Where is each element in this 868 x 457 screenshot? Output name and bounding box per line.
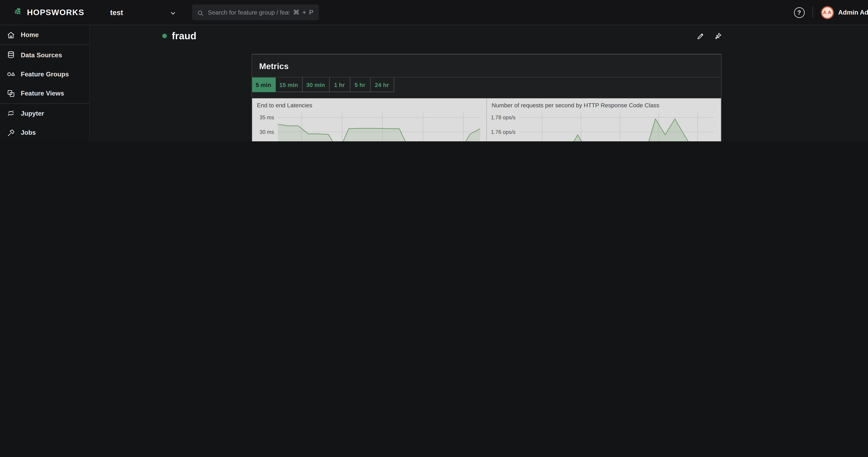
search-placeholder: Search for feature group / feature view xyxy=(208,9,289,16)
sidebar-item-jobs[interactable]: Jobs xyxy=(0,123,89,141)
avatar[interactable]: A A xyxy=(821,6,834,19)
sidebar-item-data-sources[interactable]: Data Sources xyxy=(0,45,89,64)
time-range-24-hr[interactable]: 24 hr xyxy=(370,78,394,92)
jupyter-icon xyxy=(7,109,15,118)
feature-views-icon xyxy=(7,89,15,98)
sidebar-item-jupyter[interactable]: Jupyter xyxy=(0,104,89,123)
brand-name: HOPSWORKS xyxy=(27,8,84,17)
project-selector[interactable]: test xyxy=(110,8,176,17)
main-content: fraud Metrics 5 min15 min30 min1 hr5 hr2… xyxy=(90,25,868,141)
metrics-card: Metrics 5 min15 min30 min1 hr5 hr24 hr 3… xyxy=(251,54,721,141)
sidebar-item-label: Jupyter xyxy=(21,110,44,117)
topbar-right: ? A A Admin Admin xyxy=(794,6,868,19)
topbar-divider xyxy=(812,7,813,18)
jobs-icon xyxy=(7,128,15,137)
page-title: fraud xyxy=(172,30,196,42)
chart-title: End to end Latencies xyxy=(257,101,312,108)
edit-icon[interactable] xyxy=(696,32,705,40)
metrics-title: Metrics xyxy=(252,55,721,71)
svg-text:1.78 ops/s: 1.78 ops/s xyxy=(491,115,515,121)
sidebar-item-label: Home xyxy=(21,32,39,38)
sidebar-group: JupyterJobsAirflow xyxy=(0,104,89,141)
sidebar-item-label: Jobs xyxy=(21,129,36,136)
deployment-status-dot xyxy=(162,34,167,38)
brand[interactable]: HOPSWORKS xyxy=(13,7,84,18)
hopsworks-logo-icon xyxy=(13,7,23,18)
sidebar-item-label: Feature Groups xyxy=(21,71,69,78)
sidebar-group: Home xyxy=(0,25,89,45)
sidebar-item-feature-views[interactable]: Feature Views xyxy=(0,84,89,103)
help-icon[interactable]: ? xyxy=(794,7,804,18)
data-sources-icon xyxy=(7,51,15,59)
project-name: test xyxy=(110,8,123,17)
chart-panel-0: 35 ms30 ms25 ms20 ms15 ms10 ms13:5413:55… xyxy=(252,98,486,141)
topbar: HOPSWORKS test Search for feature group … xyxy=(0,0,868,25)
sidebar-item-feature-groups[interactable]: Feature Groups xyxy=(0,64,89,84)
sidebar-item-label: Data Sources xyxy=(21,51,62,58)
pin-icon[interactable] xyxy=(714,32,722,40)
charts-strip: 35 ms30 ms25 ms20 ms15 ms10 ms13:5413:55… xyxy=(252,98,721,141)
time-range-5-hr[interactable]: 5 hr xyxy=(350,78,370,92)
time-range-5-min[interactable]: 5 min xyxy=(252,78,276,92)
feature-groups-icon xyxy=(7,70,15,79)
search-input[interactable]: Search for feature group / feature view … xyxy=(192,4,319,20)
page-header: fraud xyxy=(90,25,868,47)
search-icon xyxy=(197,9,204,16)
sidebar: HomeData SourcesFeature GroupsFeature Vi… xyxy=(0,25,90,141)
svg-text:1.76 ops/s: 1.76 ops/s xyxy=(491,129,515,135)
chart-title: Number of requests per second by HTTP Re… xyxy=(492,101,659,108)
home-icon xyxy=(7,31,15,39)
time-range-15-min[interactable]: 15 min xyxy=(276,78,302,92)
chevron-down-icon xyxy=(169,9,176,16)
sidebar-group: Data SourcesFeature GroupsFeature Views xyxy=(0,45,89,104)
time-range-selector: 5 min15 min30 min1 hr5 hr24 hr xyxy=(252,78,721,92)
search-shortcut: ⌘ + P xyxy=(293,8,314,16)
time-range-1-hr[interactable]: 1 hr xyxy=(329,78,350,92)
sidebar-item-home[interactable]: Home xyxy=(0,25,89,44)
svg-text:35 ms: 35 ms xyxy=(259,115,274,121)
user-name[interactable]: Admin Admin xyxy=(838,9,868,16)
hopsworks-app: HOPSWORKS test Search for feature group … xyxy=(0,0,868,141)
time-range-30-min[interactable]: 30 min xyxy=(302,78,329,92)
sidebar-item-label: Feature Views xyxy=(21,90,64,97)
chart-panel-1: 1.78 ops/s1.76 ops/s1.74 ops/s1.72 ops/s… xyxy=(487,98,721,141)
svg-text:30 ms: 30 ms xyxy=(259,129,274,135)
